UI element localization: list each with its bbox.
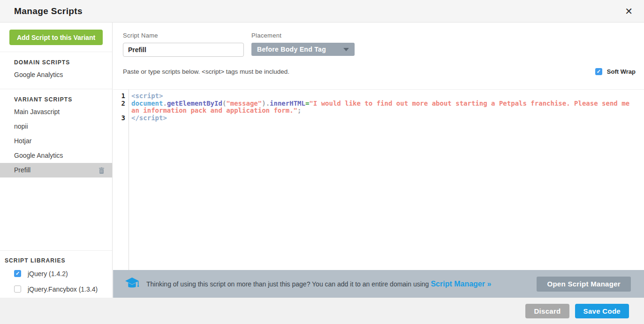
code-token: <script> xyxy=(131,92,163,100)
code-token: . xyxy=(266,100,270,107)
sidebar-item-label: Google Analytics xyxy=(14,148,63,163)
code-token: . xyxy=(163,100,167,107)
discard-button[interactable]: Discard xyxy=(525,304,569,318)
line-number: 2 xyxy=(113,100,129,115)
script-manager-banner: Thinking of using this script on more th… xyxy=(113,270,644,298)
page-title: Manage Scripts xyxy=(14,6,83,16)
soft-wrap-toggle[interactable]: ✓ Soft Wrap xyxy=(595,68,636,75)
code-token: ; xyxy=(297,107,301,114)
code-line: 1<script> xyxy=(113,93,644,100)
code-token: "message" xyxy=(226,100,262,107)
script-manager-link[interactable]: Script Manager » xyxy=(431,280,491,288)
library-checkbox[interactable]: ✓ xyxy=(14,270,21,277)
trash-icon[interactable] xyxy=(98,167,105,174)
sidebar-item-variant-script[interactable]: Google Analytics xyxy=(0,148,112,163)
line-number: 1 xyxy=(113,93,129,100)
sidebar-item-label: Main Javascript xyxy=(14,105,60,119)
sidebar-item-variant-script[interactable]: nopii xyxy=(0,119,112,134)
code-editor[interactable]: 1<script>2document.getElementById("messa… xyxy=(113,89,644,270)
save-code-button[interactable]: Save Code xyxy=(575,304,629,318)
sidebar: Add Script to this Variant DOMAIN SCRIPT… xyxy=(0,23,113,298)
code-token: </script> xyxy=(131,114,167,122)
main-panel: Script Name Placement Before Body End Ta… xyxy=(113,23,644,298)
library-label: jQuery.Fancybox (1.3.4) xyxy=(28,285,98,293)
script-name-field: Script Name xyxy=(123,32,244,57)
chevron-down-icon xyxy=(343,48,349,51)
library-label: jQuery (1.4.2) xyxy=(28,270,68,278)
sidebar-item-variant-script[interactable]: Main Javascript xyxy=(0,105,112,119)
sidebar-item-variant-script[interactable]: Prefill xyxy=(0,163,112,177)
editor-hint: Paste or type scripts below. <script> ta… xyxy=(123,68,289,75)
sidebar-item-domain-script[interactable]: Google Analytics xyxy=(0,68,112,82)
sidebar-item-label: nopii xyxy=(14,119,28,134)
code-token: ) xyxy=(262,100,265,107)
code-line: 3</script> xyxy=(113,115,644,122)
code-token: innerHTML xyxy=(270,100,305,107)
variant-scripts-list: Main JavascriptnopiiHotjarGoogle Analyti… xyxy=(0,105,112,177)
add-script-button[interactable]: Add Script to this Variant xyxy=(9,30,103,45)
script-libraries-section: SCRIPT LIBRARIES ✓jQuery (1.4.2)jQuery.F… xyxy=(0,250,112,297)
close-icon[interactable]: ✕ xyxy=(625,7,633,16)
script-library-item[interactable]: jQuery.Fancybox (1.3.4) xyxy=(0,281,112,297)
script-libraries-list: ✓jQuery (1.4.2)jQuery.Fancybox (1.3.4) xyxy=(0,266,112,297)
domain-scripts-heading: DOMAIN SCRIPTS xyxy=(0,58,112,68)
variant-scripts-heading: VARIANT SCRIPTS xyxy=(0,95,112,105)
script-name-label: Script Name xyxy=(123,32,244,39)
dialog-footer: Discard Save Code xyxy=(0,298,644,324)
script-form: Script Name Placement Before Body End Ta… xyxy=(113,23,644,57)
sidebar-item-label: Prefill xyxy=(14,163,98,177)
sidebar-item-label: Hotjar xyxy=(14,134,31,148)
variant-scripts-section: VARIANT SCRIPTS Main JavascriptnopiiHotj… xyxy=(0,89,112,183)
code-text: </script> xyxy=(129,115,644,122)
line-number: 3 xyxy=(113,115,129,122)
placement-dropdown[interactable]: Before Body End Tag xyxy=(251,43,355,56)
code-text: <script> xyxy=(129,93,644,100)
open-script-manager-button[interactable]: Open Script Manager xyxy=(537,277,631,292)
script-library-item[interactable]: ✓jQuery (1.4.2) xyxy=(0,266,112,281)
soft-wrap-checkbox[interactable]: ✓ xyxy=(595,68,602,75)
graduation-cap-icon xyxy=(125,277,139,291)
code-text: document.getElementById("message").inner… xyxy=(129,100,644,115)
code-token: getElementById xyxy=(167,100,222,107)
domain-scripts-section: DOMAIN SCRIPTS Google Analytics xyxy=(0,52,112,88)
dialog-header: Manage Scripts ✕ xyxy=(0,0,644,23)
placement-label: Placement xyxy=(251,32,355,39)
code-line: 2document.getElementById("message").inne… xyxy=(113,100,644,115)
library-checkbox[interactable] xyxy=(14,285,21,293)
placement-dropdown-value: Before Body End Tag xyxy=(257,46,343,53)
placement-field: Placement Before Body End Tag xyxy=(251,32,355,57)
script-libraries-heading: SCRIPT LIBRARIES xyxy=(0,256,112,266)
soft-wrap-label: Soft Wrap xyxy=(607,68,636,75)
code-token: document xyxy=(131,100,163,107)
script-name-input[interactable] xyxy=(123,43,244,57)
sidebar-item-variant-script[interactable]: Hotjar xyxy=(0,134,112,148)
banner-text: Thinking of using this script on more th… xyxy=(146,280,429,288)
editor-hint-row: Paste or type scripts below. <script> ta… xyxy=(113,57,644,75)
domain-scripts-list: Google Analytics xyxy=(0,68,112,82)
